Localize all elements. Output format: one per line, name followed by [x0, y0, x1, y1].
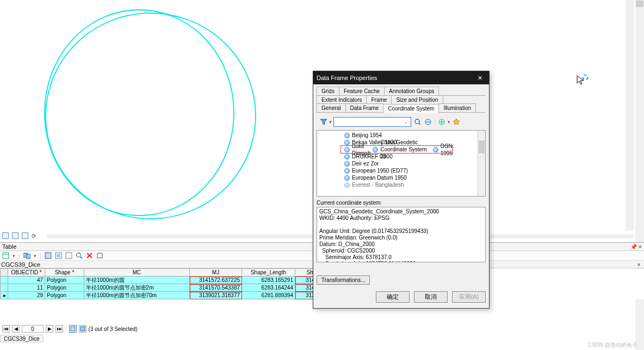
nav-next-icon[interactable]: ▶	[46, 325, 53, 333]
show-selected-records-icon[interactable]	[79, 325, 86, 333]
globe-icon	[344, 161, 350, 167]
nav-last-icon[interactable]: ⏭	[55, 325, 63, 333]
svg-rect-6	[45, 253, 51, 259]
crs-search-row: ▾ ⌄ | ▾	[320, 117, 486, 127]
svg-rect-5	[26, 254, 30, 259]
svg-rect-8	[57, 254, 60, 257]
globe-icon	[344, 147, 350, 152]
crs-tree-item: Deir ez Zor	[317, 160, 485, 167]
tab-coordinate-system[interactable]: Coordinate System	[383, 104, 439, 113]
svg-rect-2	[3, 253, 9, 259]
select-by-attributes-icon[interactable]	[45, 252, 52, 259]
zoom-selection-icon[interactable]	[76, 252, 83, 259]
crs-details-box[interactable]: GCS_China_Geodetic_Coordinate_System_200…	[317, 207, 486, 262]
svg-rect-16	[81, 327, 85, 331]
col-header[interactable]: Shape_Length	[242, 269, 295, 277]
tab-general[interactable]: General	[317, 103, 346, 112]
svg-point-1	[46, 13, 256, 219]
globe-icon	[344, 168, 350, 174]
data-frame-properties-dialog: Data Frame Properties ✕ Grids Feature Ca…	[313, 71, 490, 309]
favorite-crs-icon[interactable]	[452, 118, 461, 126]
tab-data-frame[interactable]: Data Frame	[345, 103, 384, 112]
svg-point-10	[76, 253, 81, 257]
crs-tree-item: European Datum 1950	[317, 174, 485, 181]
clear-selection-icon[interactable]	[65, 252, 72, 259]
nav-position-input[interactable]	[22, 325, 44, 333]
svg-point-17	[415, 119, 419, 124]
ok-button[interactable]: 确定	[376, 291, 410, 303]
import-crs-icon[interactable]	[424, 118, 432, 126]
layout-icon-3[interactable]	[22, 232, 28, 239]
close-icon[interactable]: ×	[639, 243, 642, 250]
tree-scrollbar[interactable]	[478, 131, 485, 196]
dialog-titlebar[interactable]: Data Frame Properties ✕	[313, 71, 489, 84]
col-header[interactable]: MJ	[190, 269, 242, 277]
subtable-close-icon[interactable]: ×	[635, 261, 643, 268]
crs-tree-item: European 1950 (ED77)	[317, 167, 485, 174]
pin-icon[interactable]: 📌	[630, 244, 637, 250]
layout-icon-1[interactable]	[2, 232, 9, 239]
tab-extent-indicators[interactable]: Extent Indicators	[317, 95, 367, 104]
crs-tree-item: Everest - Bangladesh	[317, 181, 485, 188]
switch-selection-icon[interactable]	[55, 252, 62, 259]
tab-grids[interactable]: Grids	[317, 87, 339, 95]
nav-prev-icon[interactable]: ◀	[12, 325, 20, 333]
tabs-row-2: Extent Indicators Frame Size and Positio…	[317, 95, 486, 104]
crs-tree[interactable]: Beijing 1954 Bekaa Valley 1920 Bukit Rim…	[317, 130, 486, 197]
table-sub-title: CGCS39_Dice	[1, 261, 40, 268]
nav-first-icon[interactable]: ⏮	[2, 325, 10, 333]
tab-frame[interactable]: Frame	[366, 95, 392, 104]
tab-annotation-groups[interactable]: Annotation Groups	[384, 87, 439, 95]
globe-icon	[344, 133, 350, 138]
search-icon[interactable]	[413, 118, 422, 126]
globe-icon	[344, 140, 350, 145]
svg-line-11	[80, 257, 82, 259]
tabs-row-3: General Data Frame Coordinate System Ill…	[317, 103, 486, 113]
record-navigator: ⏮ ◀ ▶ ⏭ | (3 out of 3 Selected)	[2, 325, 138, 333]
refresh-icon[interactable]: ⟳	[32, 233, 36, 239]
crs-tree-item: Beijing 1954	[317, 132, 485, 139]
mini-toolbar: ⟳	[0, 231, 41, 240]
apply-button: 应用(A)	[452, 291, 486, 303]
dialog-title: Data Frame Properties	[317, 75, 377, 81]
globe-icon	[344, 154, 350, 159]
nav-status: (3 out of 3 Selected)	[89, 326, 138, 332]
tab-size-position[interactable]: Size and Position	[391, 95, 443, 104]
crs-tree-item-highlighted: Bukit Rimpah China Geodetic Coordinate S…	[341, 146, 453, 153]
svg-rect-15	[71, 327, 75, 331]
globe-icon	[344, 182, 350, 188]
filter-icon[interactable]	[320, 118, 327, 126]
transformations-button[interactable]: Transformations...	[317, 275, 370, 285]
layout-icon-2[interactable]	[12, 232, 18, 239]
show-all-records-icon[interactable]	[69, 325, 77, 333]
table-panel-title: Table	[2, 243, 16, 250]
svg-rect-9	[66, 253, 72, 259]
svg-line-18	[419, 123, 420, 125]
crs-search-input[interactable]	[333, 117, 411, 127]
tab-illumination[interactable]: Illumination	[438, 103, 476, 112]
globe-icon	[344, 175, 350, 181]
table-options-icon[interactable]	[2, 252, 9, 259]
table-options-menu-icon[interactable]	[96, 252, 103, 259]
related-tables-icon[interactable]	[23, 252, 30, 259]
svg-rect-14	[97, 253, 102, 258]
table-tab[interactable]: CGCS39_Dice	[0, 335, 44, 342]
globe-icon	[433, 147, 438, 152]
watermark: CSDN @激动的兔子	[588, 341, 637, 349]
tab-feature-cache[interactable]: Feature Cache	[339, 87, 385, 95]
new-crs-icon[interactable]	[437, 118, 446, 126]
col-header[interactable]: MC	[84, 269, 190, 277]
globe-icon	[373, 147, 378, 152]
delete-selection-icon[interactable]	[86, 252, 93, 259]
crs-current-label: Current coordinate system:	[317, 200, 486, 206]
close-icon[interactable]: ✕	[474, 75, 486, 82]
cancel-button[interactable]: 取消	[414, 291, 448, 303]
tabs-row-1: Grids Feature Cache Annotation Groups	[317, 87, 486, 96]
col-header[interactable]: Shape *	[45, 269, 84, 277]
col-header[interactable]: OBJECTID *	[8, 269, 45, 277]
